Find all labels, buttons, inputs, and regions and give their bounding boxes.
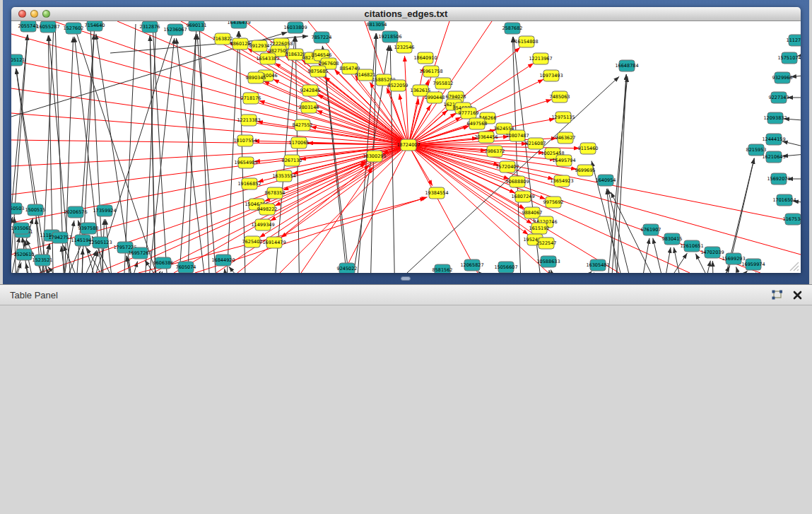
red-edge bbox=[408, 145, 433, 186]
node-label: 19218506 bbox=[378, 34, 401, 40]
node-label: 16807249 bbox=[511, 194, 534, 199]
node-label: 8427552 bbox=[293, 122, 313, 128]
node-label: 8215953 bbox=[746, 147, 767, 153]
node-label: 15236067 bbox=[163, 27, 187, 33]
node-label: 9875685 bbox=[308, 69, 329, 74]
node-label: 18107554 bbox=[233, 138, 257, 144]
node-label: 1523521 bbox=[33, 257, 53, 263]
node-label: 14702039 bbox=[700, 250, 724, 255]
node-label: 10588633 bbox=[536, 259, 560, 264]
node-label: 6216087 bbox=[526, 141, 546, 146]
node-label: 12093832 bbox=[763, 115, 787, 121]
node-label: 1170065 bbox=[289, 140, 310, 146]
node-label: 18640910 bbox=[413, 55, 437, 61]
red-edge bbox=[11, 140, 408, 145]
black-edge bbox=[673, 247, 686, 273]
node-label: 7605074 bbox=[176, 264, 196, 270]
node-label: 16957267 bbox=[128, 250, 151, 256]
node-label: 7986372 bbox=[485, 148, 505, 154]
node-label: 16210643 bbox=[762, 154, 785, 160]
node-label: 8581562 bbox=[433, 267, 453, 273]
node-label: 9830415 bbox=[662, 236, 683, 242]
node-label: 9975692 bbox=[543, 199, 564, 205]
network-view-window[interactable]: citations_edges.txt 71638228860128891293… bbox=[11, 7, 801, 273]
black-edge bbox=[716, 271, 748, 273]
node-label: 12065827 bbox=[460, 262, 483, 268]
node-label: 11499349 bbox=[251, 222, 274, 228]
node-label: 2520610 bbox=[14, 252, 35, 257]
node-label: 9463627 bbox=[555, 135, 576, 141]
node-label: 15056607 bbox=[494, 264, 517, 270]
node-label: 19654985 bbox=[234, 160, 257, 165]
node-label: 2587682 bbox=[502, 25, 523, 31]
node-label: 7485063 bbox=[550, 94, 570, 100]
red-edge bbox=[408, 145, 801, 255]
black-edge bbox=[197, 34, 220, 273]
node-label: 7154640 bbox=[85, 23, 105, 28]
node-label: 9884067 bbox=[522, 210, 543, 216]
black-edge bbox=[712, 261, 714, 273]
node-label: 1167534 bbox=[783, 216, 801, 222]
node-label: 8860128 bbox=[230, 41, 251, 47]
node-label: 9699695 bbox=[575, 168, 596, 173]
node-label: 2055741 bbox=[18, 23, 39, 29]
black-edge bbox=[551, 269, 561, 273]
node-label: 9305121 bbox=[11, 57, 25, 63]
node-label: 1527602 bbox=[64, 25, 84, 31]
close-panel-icon[interactable] bbox=[793, 291, 802, 300]
node-label: 10688809 bbox=[505, 179, 529, 185]
node-label: 12975135 bbox=[551, 115, 575, 120]
network-canvas-svg: 7163822886012889129342222605898275091654… bbox=[11, 21, 801, 273]
node-label: 9115460 bbox=[578, 146, 599, 151]
node-label: 2803144 bbox=[299, 105, 319, 110]
network-window-title: citations_edges.txt bbox=[11, 8, 801, 19]
node-label: 1615192 bbox=[529, 226, 550, 231]
node-label: 2718176 bbox=[241, 95, 261, 101]
node-label: 6497568 bbox=[467, 121, 488, 127]
node-label: 16495794 bbox=[552, 158, 575, 163]
node-label: 16055287 bbox=[36, 24, 59, 30]
black-edge bbox=[83, 251, 98, 273]
node-label: 16914479 bbox=[262, 240, 286, 245]
network-canvas[interactable]: 7163822886012889129342222605898275091654… bbox=[11, 21, 801, 273]
node-label: 8522059 bbox=[388, 83, 408, 88]
node-label: 17016504 bbox=[772, 197, 796, 203]
node-label: 9329966 bbox=[772, 75, 793, 81]
node-label: 16844920 bbox=[211, 257, 235, 263]
black-edge bbox=[62, 250, 97, 273]
black-edge bbox=[638, 238, 649, 273]
node-label: 2060503 bbox=[11, 206, 24, 211]
node-label: 12213967 bbox=[529, 56, 552, 62]
node-label: 8854749 bbox=[340, 66, 360, 71]
node-label: 12505123 bbox=[88, 240, 112, 245]
node-label: 12213383 bbox=[237, 117, 260, 123]
black-edge bbox=[657, 247, 671, 273]
node-label: 1935061 bbox=[11, 226, 31, 231]
red-edge bbox=[408, 99, 418, 145]
black-edge bbox=[756, 272, 772, 273]
node-label: 16648784 bbox=[615, 63, 638, 69]
node-label: 10807487 bbox=[505, 133, 529, 139]
node-label: 20206576 bbox=[64, 209, 87, 215]
node-label: 12444159 bbox=[762, 136, 785, 142]
window-resize-grip[interactable] bbox=[788, 260, 799, 271]
black-edge bbox=[144, 38, 175, 273]
node-label: 16543382 bbox=[256, 56, 279, 62]
node-label: 8546546 bbox=[312, 52, 332, 58]
node-label: 16154808 bbox=[514, 39, 538, 45]
node-label: 9397588 bbox=[78, 226, 99, 231]
node-label: 16353554 bbox=[272, 173, 295, 179]
node-label: 17359924 bbox=[93, 208, 116, 214]
node-label: 9242845 bbox=[300, 88, 321, 93]
node-label: 1112763 bbox=[787, 37, 801, 43]
node-label: 1500515 bbox=[25, 207, 46, 213]
node-label: 7625402 bbox=[242, 239, 263, 245]
network-window-titlebar[interactable]: citations_edges.txt bbox=[11, 7, 801, 21]
node-label: 9245022 bbox=[337, 266, 358, 271]
panel-divider-handle[interactable] bbox=[401, 276, 411, 281]
node-label: 9606386 bbox=[153, 260, 174, 266]
node-label: 1990448 bbox=[425, 95, 445, 100]
node-label: 12610651 bbox=[680, 243, 703, 249]
node-label: 20364456 bbox=[474, 134, 498, 140]
float-panel-icon[interactable] bbox=[771, 290, 783, 300]
